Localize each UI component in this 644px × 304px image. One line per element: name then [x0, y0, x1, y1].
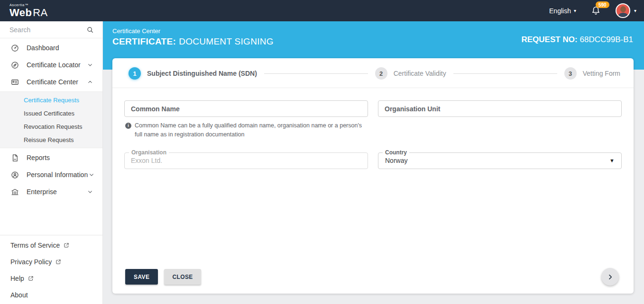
sidebar-item-personal-information[interactable]: Personal Information — [0, 166, 102, 183]
step-number: 3 — [564, 67, 577, 80]
hint-text: Common Name can be a fully qualified dom… — [135, 121, 364, 140]
chevron-right-icon — [606, 273, 615, 281]
chevron-up-icon — [86, 78, 94, 86]
sidebar-footer: Terms of Service Privacy Policy Help Abo… — [0, 235, 102, 304]
next-step-button[interactable] — [601, 268, 619, 286]
sidebar: Dashboard Certificate Locator Certificat… — [0, 21, 103, 304]
person-icon — [10, 170, 19, 179]
compass-icon — [10, 61, 19, 70]
language-label: English — [549, 7, 571, 15]
brand-product: WebRA — [9, 8, 48, 18]
step-label: Subject Distinguished Name (SDN) — [147, 70, 257, 77]
wizard-card: 1 Subject Distinguished Name (SDN) 2 Cer… — [112, 58, 634, 294]
sidebar-item-certificate-center[interactable]: Certificate Center — [0, 73, 102, 90]
sidebar-item-revocation-requests[interactable]: Revocation Requests — [0, 120, 102, 133]
step-label: Certificate Validity — [394, 70, 446, 77]
step-number: 1 — [129, 67, 141, 80]
main-content: Certificate Center CERTIFICATE:DOCUMENT … — [103, 21, 644, 304]
sidebar-item-reissue-requests[interactable]: Reissue Requests — [0, 133, 102, 146]
save-button[interactable]: SAVE — [125, 269, 158, 285]
form-actions: SAVE CLOSE — [112, 268, 634, 294]
caret-down-icon: ▾ — [574, 9, 576, 13]
chevron-down-icon — [86, 188, 94, 196]
step-label: Vetting Form — [583, 70, 620, 77]
common-name-column: i Common Name can be a fully qualified d… — [124, 100, 368, 140]
step-sdn[interactable]: 1 Subject Distinguished Name (SDN) — [129, 67, 257, 80]
user-menu[interactable]: ▾ — [616, 3, 636, 18]
breadcrumb: Certificate Center — [112, 27, 644, 35]
select-caret-icon: ▼ — [609, 158, 615, 163]
caret-down-icon: ▾ — [634, 9, 636, 13]
sidebar-item-dashboard[interactable]: Dashboard — [0, 39, 102, 56]
brand-company: Ascertia™ — [9, 3, 48, 7]
external-link-icon — [28, 275, 34, 282]
organisation-field-group: Organisation — [124, 152, 368, 169]
notifications-badge: 590 — [596, 1, 609, 8]
sidebar-nav: Dashboard Certificate Locator Certificat… — [0, 38, 102, 200]
step-vetting-form[interactable]: 3 Vetting Form — [564, 67, 620, 80]
notifications-button[interactable]: 590 — [590, 5, 601, 17]
sdn-form: i Common Name can be a fully qualified d… — [112, 88, 634, 169]
country-field-group: Country Norway ▼ — [378, 152, 622, 169]
step-number: 2 — [375, 67, 387, 80]
id-card-icon — [10, 78, 19, 87]
dashboard-icon — [10, 44, 19, 53]
sidebar-item-issued-certificates[interactable]: Issued Certificates — [0, 107, 102, 120]
about-link[interactable]: About — [0, 286, 102, 303]
common-name-hint: i Common Name can be a fully qualified d… — [124, 121, 364, 140]
close-button[interactable]: CLOSE — [164, 269, 201, 285]
step-certificate-validity[interactable]: 2 Certificate Validity — [375, 67, 446, 80]
chevron-down-icon — [88, 171, 95, 179]
external-link-icon — [55, 259, 62, 265]
external-link-icon — [63, 242, 70, 249]
step-connector — [264, 73, 368, 74]
certificate-center-submenu: Certificate Requests Issued Certificates… — [0, 91, 102, 148]
help-link[interactable]: Help — [0, 270, 102, 286]
organisation-label: Organisation — [129, 149, 169, 156]
sidebar-item-reports[interactable]: Reports — [0, 149, 102, 166]
privacy-policy-link[interactable]: Privacy Policy — [0, 253, 102, 270]
request-number: REQUEST NO:68DCC99B-B1 — [521, 35, 633, 45]
language-selector[interactable]: English ▾ — [549, 7, 576, 15]
sidebar-item-certificate-locator[interactable]: Certificate Locator — [0, 56, 102, 73]
organisation-unit-column — [378, 100, 622, 140]
search-input[interactable] — [9, 26, 86, 34]
stepper: 1 Subject Distinguished Name (SDN) 2 Cer… — [112, 58, 634, 88]
app-logo: Ascertia™ WebRA — [9, 3, 48, 18]
step-connector — [453, 73, 557, 74]
country-label: Country — [383, 149, 409, 156]
sidebar-search — [0, 21, 102, 38]
bank-icon — [10, 188, 19, 197]
sidebar-item-certificate-requests[interactable]: Certificate Requests — [0, 93, 102, 107]
sidebar-item-enterprise[interactable]: Enterprise — [0, 183, 102, 200]
chevron-down-icon — [86, 61, 94, 69]
country-value: Norway — [385, 157, 407, 164]
topbar: Ascertia™ WebRA English ▾ 590 ▾ — [0, 0, 644, 21]
country-select[interactable]: Norway ▼ — [378, 152, 622, 169]
search-icon[interactable] — [86, 26, 94, 34]
avatar — [616, 3, 630, 18]
common-name-field[interactable] — [124, 100, 368, 117]
info-icon: i — [125, 123, 131, 129]
organisation-unit-field[interactable] — [378, 100, 622, 117]
topbar-actions: English ▾ 590 ▾ — [549, 3, 636, 18]
terms-of-service-link[interactable]: Terms of Service — [0, 237, 102, 253]
document-icon — [10, 153, 19, 162]
